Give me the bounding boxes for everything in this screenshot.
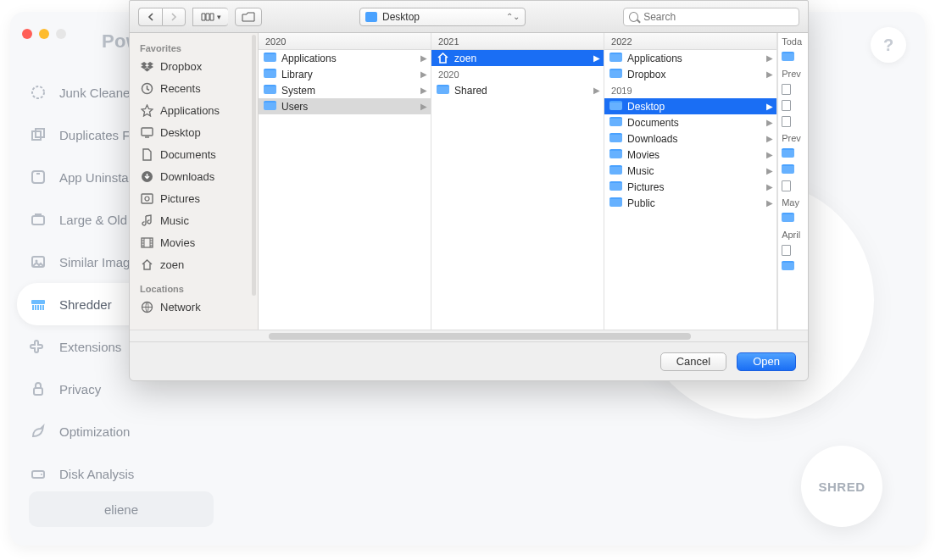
- column-subheader: Prev: [778, 65, 808, 81]
- sidebar-scrollbar[interactable]: [252, 35, 256, 296]
- file-row[interactable]: [778, 97, 808, 114]
- loc-network[interactable]: Network: [130, 296, 258, 318]
- column-header: 2022: [604, 33, 776, 50]
- open-dialog: ▾ Desktop ⌃⌄ Favorites DropboxRecentsApp…: [129, 0, 809, 381]
- shredder-icon: [29, 295, 47, 313]
- svg-point-0: [32, 86, 44, 98]
- open-label: Open: [753, 355, 780, 368]
- scroll-thumb[interactable]: [269, 333, 691, 340]
- sidebar-item-label: Junk Cleaner: [59, 86, 134, 100]
- file-row[interactable]: Documents▶: [604, 114, 776, 130]
- help-icon: ?: [883, 36, 893, 55]
- cancel-button[interactable]: Cancel: [660, 352, 726, 371]
- file-row[interactable]: Dropbox▶: [604, 66, 776, 82]
- file-row[interactable]: [778, 210, 808, 226]
- columns-view-icon: [201, 13, 214, 21]
- fav-pictures[interactable]: Pictures: [130, 187, 258, 209]
- folder-icon: [609, 197, 622, 208]
- file-row[interactable]: System▶: [259, 82, 431, 98]
- sidebar-item-label: Recents: [160, 82, 201, 95]
- home-icon: [140, 258, 153, 271]
- file-row[interactable]: [778, 81, 808, 97]
- file-name: Documents: [627, 117, 679, 129]
- column-header: 2020: [259, 33, 431, 50]
- file-row[interactable]: Music▶: [604, 163, 776, 179]
- downloads-icon: [140, 169, 153, 183]
- horizontal-scrollbar[interactable]: [130, 330, 808, 341]
- folder-icon: [782, 148, 794, 159]
- sidebar-item-label: Network: [160, 301, 201, 313]
- fav-recents[interactable]: Recents: [130, 77, 258, 99]
- svg-rect-8: [34, 388, 42, 395]
- large-icon: [29, 210, 47, 229]
- window-controls: [22, 29, 66, 39]
- chevron-down-icon: ▾: [217, 13, 221, 21]
- account-name: eliene: [104, 502, 138, 517]
- file-row[interactable]: Users▶: [259, 98, 431, 114]
- file-row[interactable]: Applications▶: [259, 50, 431, 66]
- file-name: Applications: [281, 53, 337, 64]
- apps-icon: [140, 103, 153, 117]
- arrow-icon: ▶: [766, 134, 773, 143]
- file-row[interactable]: [778, 242, 808, 258]
- fav-music[interactable]: Music: [130, 209, 258, 231]
- sidebar-item-label: Documents: [160, 148, 216, 161]
- shred-button[interactable]: SHRED: [801, 446, 882, 527]
- help-button[interactable]: ?: [871, 27, 906, 63]
- file-name: System: [281, 85, 315, 97]
- document-icon: [782, 180, 794, 191]
- file-row[interactable]: [778, 178, 808, 194]
- group-button[interactable]: [235, 8, 262, 26]
- folder-icon: [609, 53, 622, 64]
- search-field[interactable]: [623, 8, 799, 26]
- back-button[interactable]: [138, 8, 162, 26]
- dropbox-icon: [140, 59, 153, 73]
- forward-button[interactable]: [162, 8, 186, 26]
- fav-applications[interactable]: Applications: [130, 99, 258, 121]
- file-row[interactable]: [778, 49, 808, 65]
- dialog-toolbar: ▾ Desktop ⌃⌄: [130, 1, 808, 33]
- fav-documents[interactable]: Documents: [130, 143, 258, 165]
- fav-zoen[interactable]: zoen: [130, 253, 258, 275]
- column-subheader: 2020: [431, 66, 604, 82]
- column-subheader: Toda: [778, 33, 808, 49]
- folder-icon: [264, 69, 276, 80]
- fav-downloads[interactable]: Downloads: [130, 165, 258, 187]
- close-window[interactable]: [22, 29, 32, 39]
- file-row[interactable]: [778, 114, 808, 130]
- sidebar-item-label: Disk Analysis: [59, 467, 134, 481]
- path-picker[interactable]: Desktop ⌃⌄: [359, 8, 526, 26]
- file-row[interactable]: Public▶: [604, 195, 776, 211]
- fav-dropbox[interactable]: Dropbox: [130, 55, 258, 77]
- fav-desktop[interactable]: Desktop: [130, 121, 258, 143]
- movies-icon: [140, 236, 153, 249]
- file-row[interactable]: Shared▶: [431, 82, 604, 98]
- file-row[interactable]: zoen▶: [431, 50, 604, 66]
- desktop-icon: [140, 125, 153, 139]
- fav-movies[interactable]: Movies: [130, 231, 258, 253]
- file-row[interactable]: Library▶: [259, 66, 431, 82]
- file-row[interactable]: Pictures▶: [604, 179, 776, 195]
- file-row[interactable]: [778, 258, 808, 274]
- nav-back-forward: [138, 8, 186, 26]
- minimize-window[interactable]: [39, 29, 49, 39]
- file-row[interactable]: Downloads▶: [604, 130, 776, 147]
- disk-icon: [29, 464, 47, 483]
- file-row[interactable]: Desktop▶: [604, 98, 776, 114]
- sidebar-item-label: Desktop: [160, 126, 201, 139]
- arrow-icon: ▶: [420, 102, 427, 111]
- recents-icon: [140, 81, 153, 95]
- sidebar-item-disk[interactable]: Disk Analysis: [17, 452, 198, 495]
- file-row[interactable]: Movies▶: [604, 147, 776, 163]
- column-0: 2020Applications▶Library▶System▶Users▶: [259, 33, 431, 330]
- view-switcher[interactable]: ▾: [192, 8, 228, 26]
- open-button[interactable]: Open: [737, 352, 796, 371]
- file-row[interactable]: Applications▶: [604, 50, 776, 66]
- account-pill[interactable]: eliene: [29, 491, 214, 527]
- sidebar-item-opt[interactable]: Optimization: [17, 410, 198, 452]
- file-row[interactable]: [778, 146, 808, 162]
- file-row[interactable]: [778, 162, 808, 178]
- search-input[interactable]: [643, 11, 793, 23]
- sidebar-heading-favorites: Favorites: [130, 40, 258, 55]
- zoom-window[interactable]: [56, 29, 66, 39]
